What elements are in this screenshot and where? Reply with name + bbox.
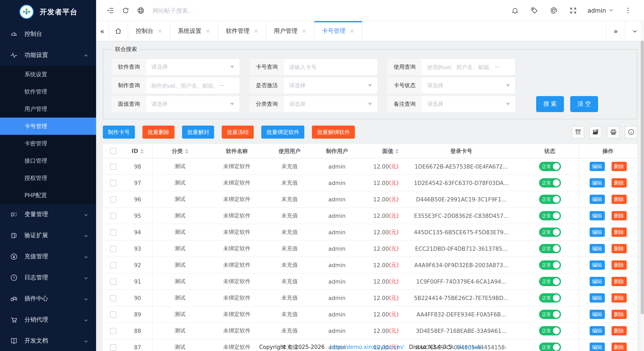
status-toggle[interactable]: 正常	[539, 277, 561, 286]
sidebar-subitem[interactable]: 软件管理	[0, 83, 96, 100]
usage-query-input[interactable]	[422, 59, 515, 75]
status-toggle[interactable]: 正常	[539, 293, 561, 302]
status-toggle[interactable]: 正常	[539, 310, 561, 319]
sort-icon[interactable]	[140, 148, 144, 154]
row-checkbox[interactable]	[110, 295, 116, 301]
row-checkbox[interactable]	[110, 163, 116, 170]
sidebar-group-features[interactable]: 功能设置	[0, 45, 96, 66]
delete-button[interactable]: 删除	[611, 310, 626, 319]
user-menu[interactable]: admin	[585, 7, 616, 14]
collapse-sidebar-icon[interactable]	[103, 3, 118, 18]
tab-close-icon[interactable]: ×	[206, 28, 210, 34]
toolbar-button[interactable]: 制作卡号	[103, 126, 135, 139]
sidebar-subitem[interactable]: PHP配置	[0, 187, 96, 204]
toolbar-button[interactable]: 批量绑定软件	[262, 126, 304, 139]
bell-icon[interactable]	[508, 3, 522, 18]
edit-button[interactable]: 编辑	[590, 195, 604, 204]
delete-button[interactable]: 删除	[611, 293, 626, 302]
sort-icon[interactable]	[185, 148, 188, 154]
palette-icon[interactable]	[546, 3, 562, 18]
row-checkbox[interactable]	[110, 278, 116, 285]
toolbar-button[interactable]: 批量解绑软件	[312, 126, 355, 139]
sidebar-group-docs[interactable]: 开发文档	[0, 330, 96, 351]
category-query-select[interactable]: 请选择	[284, 96, 377, 112]
tab[interactable]: 系统设置 ×	[170, 21, 218, 41]
edit-button[interactable]: 编辑	[590, 293, 604, 302]
software-query-select[interactable]: 请选择	[146, 59, 240, 75]
delete-button[interactable]: 删除	[611, 162, 626, 171]
delete-button[interactable]: 删除	[611, 228, 626, 237]
status-toggle[interactable]: 正常	[539, 228, 561, 237]
status-toggle[interactable]: 正常	[539, 195, 561, 204]
edit-button[interactable]: 编辑	[590, 310, 604, 319]
card-status-select[interactable]: 请选择	[422, 78, 515, 94]
delete-button[interactable]: 删除	[611, 277, 626, 286]
sidebar-subitem[interactable]: 卡号管理	[0, 118, 96, 135]
maker-query-input[interactable]	[146, 78, 240, 94]
search-input[interactable]	[152, 7, 508, 14]
sidebar-subitem[interactable]: 用户管理	[0, 100, 96, 118]
column-settings-icon[interactable]	[572, 126, 584, 138]
sidebar-subitem[interactable]: 授权管理	[0, 170, 96, 187]
row-checkbox[interactable]	[110, 328, 116, 334]
toolbar-button[interactable]: 批量解封	[182, 126, 214, 139]
tab[interactable]: 控制台 ×	[128, 21, 170, 41]
clear-button[interactable]: 清 空	[570, 96, 598, 112]
kebab-menu-icon[interactable]	[620, 3, 636, 18]
status-toggle[interactable]: 正常	[539, 211, 561, 220]
tabs-scroll-right-button[interactable]: »	[606, 21, 625, 41]
row-checkbox[interactable]	[110, 246, 116, 252]
edit-button[interactable]: 编辑	[590, 326, 604, 336]
demo-site-link[interactable]: http://demo.xinxiuyip.com/	[330, 344, 404, 350]
row-checkbox[interactable]	[110, 311, 116, 318]
row-checkbox[interactable]	[110, 212, 116, 219]
tag-icon[interactable]	[527, 3, 542, 18]
activated-select[interactable]: 请选择	[284, 78, 377, 94]
sort-icon[interactable]	[395, 148, 399, 154]
value-query-select[interactable]: 请选择	[146, 96, 240, 112]
info-icon[interactable]	[624, 126, 637, 138]
tab-close-icon[interactable]: ×	[350, 28, 354, 34]
export-icon[interactable]	[589, 126, 602, 138]
header-id[interactable]: ID	[123, 144, 152, 158]
tabs-scroll-left-button[interactable]: «	[96, 21, 109, 41]
delete-button[interactable]: 删除	[611, 211, 626, 220]
remark-query-select[interactable]: 请选择	[422, 96, 515, 112]
licensed-link[interactable]: Licensed	[457, 344, 481, 350]
status-toggle[interactable]: 正常	[539, 244, 561, 253]
delete-button[interactable]: 删除	[611, 244, 626, 253]
toolbar-button[interactable]: 批量冻结	[222, 126, 254, 139]
header-value[interactable]: 面值	[361, 144, 401, 158]
row-checkbox[interactable]	[110, 262, 116, 268]
card-query-input[interactable]	[284, 59, 377, 75]
delete-button[interactable]: 删除	[611, 178, 626, 188]
sidebar-group-recharge[interactable]: 充值管理	[0, 246, 96, 267]
sidebar-group-logs[interactable]: 日志管理	[0, 267, 96, 288]
tab[interactable]: 卡号管理 ×	[314, 21, 362, 41]
delete-button[interactable]: 删除	[611, 195, 626, 204]
select-all-checkbox[interactable]	[110, 148, 116, 154]
row-checkbox[interactable]	[110, 196, 116, 202]
globe-icon[interactable]	[133, 3, 148, 18]
row-checkbox[interactable]	[110, 180, 116, 186]
sidebar-item-console[interactable]: 控制台	[0, 24, 96, 45]
tab-close-icon[interactable]: ×	[302, 28, 306, 34]
tab-close-icon[interactable]: ×	[254, 28, 258, 34]
sidebar-group-variables[interactable]: 变量管理	[0, 204, 96, 225]
status-toggle[interactable]: 正常	[539, 260, 561, 270]
scrollbar-thumb[interactable]	[641, 40, 644, 314]
edit-button[interactable]: 编辑	[590, 228, 604, 237]
edit-button[interactable]: 编辑	[590, 162, 604, 171]
toolbar-button[interactable]: 批量删除	[142, 126, 174, 139]
print-icon[interactable]	[607, 126, 620, 138]
edit-button[interactable]: 编辑	[590, 260, 604, 270]
search-button[interactable]: 搜 索	[536, 96, 564, 112]
sidebar-subitem[interactable]: 接口管理	[0, 152, 96, 170]
row-checkbox[interactable]	[110, 229, 116, 235]
edit-button[interactable]: 编辑	[590, 244, 604, 253]
status-toggle[interactable]: 正常	[539, 326, 561, 336]
refresh-icon[interactable]	[118, 3, 133, 18]
header-category[interactable]: 分类	[152, 144, 207, 158]
edit-button[interactable]: 编辑	[590, 211, 604, 220]
home-icon[interactable]	[109, 21, 128, 41]
